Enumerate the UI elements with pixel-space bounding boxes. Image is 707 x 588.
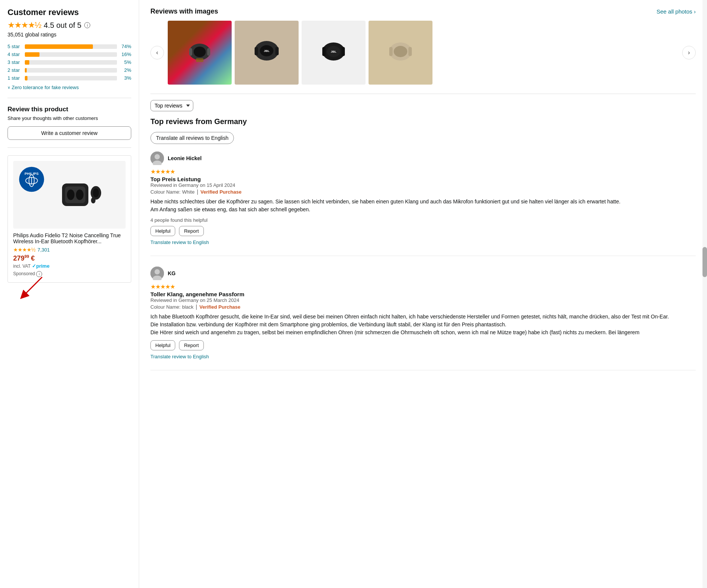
ad-stars: ★★★★½ <box>13 247 35 253</box>
see-all-photos-link[interactable]: See all photos › <box>657 8 696 15</box>
star-label-2[interactable]: 2 star <box>8 67 22 73</box>
philips-logo: PHILIPS <box>18 166 45 194</box>
svg-point-32 <box>394 46 407 57</box>
review-meta-2: Reviewed in Germany on 25 March 2024 <box>150 297 696 303</box>
overall-stars: ★★★★½ <box>8 20 41 30</box>
svg-rect-16 <box>207 48 210 56</box>
write-review-button[interactable]: Write a customer review <box>8 126 131 140</box>
star-label-1[interactable]: 1 star <box>8 75 22 81</box>
star-label-3[interactable]: 3 star <box>8 59 22 65</box>
ad-image-area[interactable]: PHILIPS <box>13 161 126 229</box>
verified-badge-2: Verified Purchase <box>199 304 240 310</box>
helpful-text-1: 4 people found this helpful <box>150 217 696 223</box>
bar-pct-2[interactable]: 2% <box>120 67 131 73</box>
prime-badge: ✓prime <box>32 263 49 269</box>
translate-review-link-1[interactable]: Translate review to English <box>150 239 209 245</box>
colour-label-2: Colour Name: <box>150 304 181 310</box>
review-card-1: Leonie Hickel ★★★★★ Top Preis Leistung R… <box>150 152 696 256</box>
translate-review-link-2[interactable]: Translate review to English <box>150 354 209 359</box>
review-actions-2: Helpful Report <box>150 340 696 350</box>
photos-next-button[interactable]: › <box>682 46 696 59</box>
bar-fill-3 <box>25 60 29 65</box>
ad-card: PHILIPS <box>8 155 131 283</box>
photo-thumb-1[interactable] <box>168 21 232 85</box>
ad-price-sup: 99 <box>24 254 29 259</box>
ad-price-main: 279 <box>13 255 24 262</box>
svg-rect-15 <box>189 48 192 56</box>
ad-incl-vat: incl. VAT ✓prime <box>13 263 126 269</box>
reviewer-avatar-1 <box>150 152 164 165</box>
colour-divider-1: | <box>197 189 198 195</box>
report-button-2[interactable]: Report <box>179 340 203 350</box>
svg-rect-20 <box>255 47 258 55</box>
bar-fill-4 <box>25 52 39 57</box>
ad-review-count[interactable]: 7,301 <box>38 247 50 253</box>
bar-1 <box>25 76 117 80</box>
scrollbar-track[interactable] <box>702 0 707 588</box>
bar-pct-3[interactable]: 5% <box>120 59 131 65</box>
reviews-with-images-header: Reviews with images See all photos › <box>150 8 696 15</box>
svg-point-10 <box>93 188 99 197</box>
reviewer-row-2: KG <box>150 267 696 280</box>
bar-pct-4[interactable]: 16% <box>120 52 131 57</box>
star-bar-5: 5 star 74% <box>8 44 131 49</box>
chevron-down-icon: ∨ <box>8 85 10 89</box>
rating-info-icon[interactable]: i <box>84 22 90 28</box>
annotation-arrow <box>16 273 46 303</box>
photos-row: ‹ <box>150 21 696 85</box>
review-stars-2: ★★★★★ <box>150 283 696 290</box>
bar-pct-1[interactable]: 3% <box>120 75 131 81</box>
report-button-1[interactable]: Report <box>179 226 203 236</box>
translate-all-row: Translate all reviews to English <box>150 132 696 144</box>
star-label-5[interactable]: 5 star <box>8 44 22 49</box>
star-bar-1: 1 star 3% <box>8 75 131 81</box>
translate-all-button[interactable]: Translate all reviews to English <box>150 132 234 144</box>
ad-product-name[interactable]: Philips Audio Fidelio T2 Noise Cancellin… <box>13 232 126 244</box>
photos-list: JBL JBL <box>164 21 682 85</box>
sponsored-info-icon[interactable]: i <box>36 271 42 277</box>
bar-fill-2 <box>25 68 27 73</box>
review-card-2: KG ★★★★★ Toller Klang, angenehme Passfor… <box>150 267 696 370</box>
earbuds-illustration <box>58 172 103 217</box>
colour-value-2: black <box>182 304 193 310</box>
bar-pct-5[interactable]: 74% <box>120 44 131 49</box>
ad-price: 27999 € <box>13 254 126 262</box>
review-actions-1: Helpful Report <box>150 226 696 236</box>
verified-badge-1: Verified Purchase <box>200 189 241 195</box>
overall-rating: 4.5 out of 5 <box>44 21 81 30</box>
review-title-1: Top Preis Leistung <box>150 176 201 182</box>
photo-thumb-3[interactable]: JBL <box>302 21 366 85</box>
photo-thumb-2[interactable]: JBL <box>235 21 299 85</box>
bar-2 <box>25 68 117 73</box>
star-bar-4: 4 star 16% <box>8 52 131 57</box>
review-title-2: Toller Klang, angenehme Passform <box>150 291 244 297</box>
sponsored-text: Sponsored <box>13 271 35 276</box>
svg-rect-18 <box>196 58 203 62</box>
photo-thumb-4[interactable] <box>369 21 432 85</box>
scrollbar-thumb[interactable] <box>702 247 707 277</box>
bar-fill-1 <box>25 76 27 80</box>
reviewer-name-1: Leonie Hickel <box>168 155 202 161</box>
svg-rect-25 <box>322 47 326 56</box>
svg-point-37 <box>155 269 160 274</box>
photos-prev-button[interactable]: ‹ <box>150 46 164 59</box>
star-label-4[interactable]: 4 star <box>8 52 22 57</box>
helpful-button-1[interactable]: Helpful <box>150 226 175 236</box>
svg-rect-21 <box>275 47 279 55</box>
svg-rect-30 <box>389 47 393 56</box>
svg-rect-26 <box>341 47 345 56</box>
global-ratings: 35,051 global ratings <box>8 32 131 38</box>
zero-tolerance-link[interactable]: ∨ Zero tolerance for fake reviews <box>8 85 131 90</box>
colour-row-2: Colour Name: black | Verified Purchase <box>150 304 696 310</box>
reviewer-avatar-2 <box>150 267 164 280</box>
review-stars-1: ★★★★★ <box>150 168 696 175</box>
sort-select[interactable]: Top reviews Most recent <box>150 100 193 111</box>
svg-point-17 <box>194 47 206 57</box>
colour-value-1: White <box>182 189 194 195</box>
star-bar-3: 3 star 5% <box>8 59 131 65</box>
bar-4 <box>25 52 117 57</box>
helpful-button-2[interactable]: Helpful <box>150 340 175 350</box>
star-bars: 5 star 74% 4 star 16% 3 star 5% <box>8 44 131 81</box>
review-meta-1: Reviewed in Germany on 15 April 2024 <box>150 182 696 188</box>
review-product-title: Review this product <box>8 106 131 113</box>
